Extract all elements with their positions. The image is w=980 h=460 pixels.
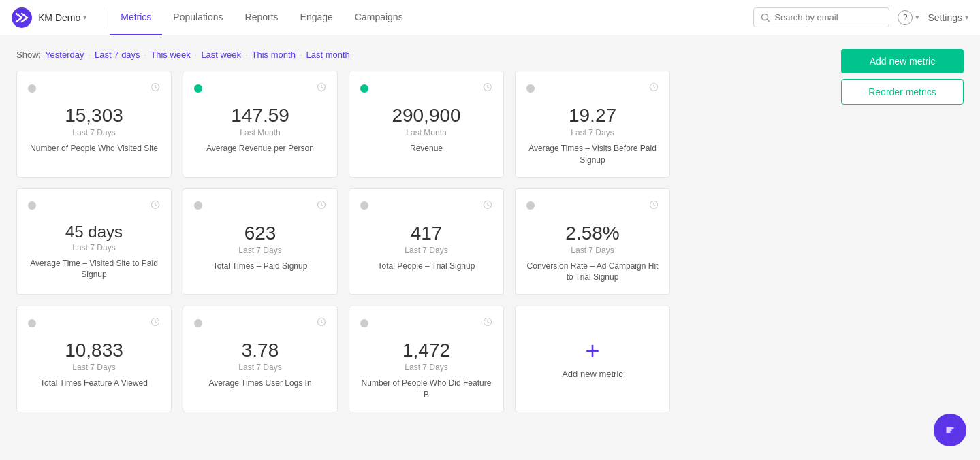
card-clock-4	[151, 200, 160, 212]
search-icon	[761, 13, 770, 22]
metric-period-2: Last Month	[360, 128, 492, 137]
card-dot-3	[526, 84, 535, 93]
metric-card-4[interactable]: 45 days Last 7 Days Average Time – Visit…	[16, 188, 172, 295]
nav-engage[interactable]: Engage	[289, 0, 344, 35]
reorder-metrics-button[interactable]: Reorder metrics	[841, 79, 964, 105]
main-nav: Metrics Populations Reports Engage Campa…	[110, 0, 753, 35]
metric-card-3[interactable]: 19.27 Last 7 Days Average Times – Visits…	[515, 71, 670, 178]
nav-populations[interactable]: Populations	[162, 0, 234, 35]
metric-name-4: Average Time – Visited Site to Paid Sign…	[28, 258, 160, 281]
metric-value-6: 417	[360, 223, 492, 244]
metric-card-9[interactable]: 3.78 Last 7 Days Average Times User Logs…	[183, 306, 338, 412]
card-dot-9	[194, 319, 202, 327]
card-header-4	[28, 200, 160, 212]
add-new-metric-button[interactable]: Add new metric	[841, 49, 964, 73]
metric-card-5[interactable]: 623 Last 7 Days Total Times – Paid Signu…	[183, 188, 338, 295]
metric-value-2: 290,900	[360, 105, 492, 127]
add-plus-icon: +	[585, 339, 599, 363]
search-input[interactable]	[774, 12, 882, 22]
card-clock-3	[649, 82, 659, 94]
card-dot-10	[360, 319, 368, 327]
card-clock-0	[151, 82, 160, 94]
logo: KM Demo ▾	[11, 7, 87, 29]
card-clock-2	[483, 82, 492, 94]
metric-period-9: Last 7 Days	[194, 363, 326, 372]
card-dot-1	[194, 84, 202, 93]
card-dot-4	[28, 201, 36, 210]
card-clock-6	[483, 200, 492, 212]
header-right: ? ▾ Settings ▾	[753, 7, 969, 27]
card-dot-2	[360, 84, 368, 93]
controls-bar: Show: Yesterday · Last 7 days · This wee…	[16, 49, 964, 60]
search-box[interactable]	[753, 7, 889, 27]
add-metric-label: Add new metric	[562, 369, 623, 379]
metrics-grid: 15,303 Last 7 Days Number of People Who …	[16, 71, 670, 412]
filter-lastmonth[interactable]: Last month	[306, 50, 350, 60]
card-header-1	[194, 82, 326, 94]
metric-period-10: Last 7 Days	[360, 363, 492, 372]
filter-last7days[interactable]: Last 7 days	[95, 50, 140, 60]
metric-period-8: Last 7 Days	[28, 363, 160, 372]
metric-period-3: Last 7 Days	[526, 128, 659, 137]
add-metric-placeholder[interactable]: + Add new metric	[515, 306, 670, 412]
metric-name-6: Total People – Trial Signup	[360, 261, 492, 272]
filter-lastweek[interactable]: Last week	[201, 50, 241, 60]
card-clock-1	[317, 82, 326, 94]
nav-campaigns[interactable]: Campaigns	[344, 0, 414, 35]
metric-period-6: Last 7 Days	[360, 246, 492, 255]
card-header-8	[28, 317, 160, 329]
action-buttons: Add new metric Reorder metrics	[841, 49, 964, 105]
filter-thisweek[interactable]: This week	[151, 50, 191, 60]
card-clock-9	[317, 317, 326, 329]
metric-period-0: Last 7 Days	[28, 128, 160, 137]
app-name[interactable]: KM Demo ▾	[38, 12, 87, 23]
metric-value-1: 147.59	[194, 105, 326, 127]
metric-card-10[interactable]: 1,472 Last 7 Days Number of People Who D…	[349, 306, 504, 412]
card-dot-6	[360, 201, 368, 210]
card-dot-8	[28, 319, 36, 327]
card-clock-5	[317, 200, 326, 212]
card-header-9	[194, 317, 326, 329]
metric-card-6[interactable]: 417 Last 7 Days Total People – Trial Sig…	[349, 188, 504, 295]
metric-period-4: Last 7 Days	[28, 243, 160, 252]
metric-name-2: Revenue	[360, 143, 492, 154]
nav-metrics[interactable]: Metrics	[110, 0, 162, 35]
filter-thismonth[interactable]: This month	[252, 50, 296, 60]
card-clock-7	[649, 200, 659, 212]
chat-button[interactable]	[934, 414, 966, 446]
card-clock-10	[483, 317, 492, 329]
filter-yesterday[interactable]: Yesterday	[45, 50, 84, 60]
metric-value-3: 19.27	[526, 105, 659, 127]
metric-value-9: 3.78	[194, 340, 326, 361]
card-header-7	[526, 200, 659, 212]
card-header-5	[194, 200, 326, 212]
nav-reports[interactable]: Reports	[234, 0, 289, 35]
metric-value-5: 623	[194, 223, 326, 244]
show-bar: Show: Yesterday · Last 7 days · This wee…	[16, 50, 350, 60]
metric-card-7[interactable]: 2.58% Last 7 Days Conversion Rate – Ad C…	[515, 188, 670, 295]
metric-card-2[interactable]: 290,900 Last Month Revenue	[349, 71, 504, 178]
metric-value-7: 2.58%	[526, 223, 659, 244]
metric-name-7: Conversion Rate – Ad Campaign Hit to Tri…	[526, 261, 659, 284]
main-content: Show: Yesterday · Last 7 days · This wee…	[0, 35, 980, 460]
help-button[interactable]: ? ▾	[898, 10, 919, 25]
metric-value-4: 45 days	[28, 223, 160, 242]
header: KM Demo ▾ Metrics Populations Reports En…	[0, 0, 980, 35]
card-header-0	[28, 82, 160, 94]
card-header-10	[360, 317, 492, 329]
metric-name-8: Total Times Feature A Viewed	[28, 378, 160, 389]
metric-name-10: Number of People Who Did Feature B	[360, 378, 492, 401]
metric-card-8[interactable]: 10,833 Last 7 Days Total Times Feature A…	[16, 306, 172, 412]
metric-card-1[interactable]: 147.59 Last Month Average Revenue per Pe…	[183, 71, 338, 178]
metric-name-9: Average Times User Logs In	[194, 378, 326, 389]
header-divider	[104, 7, 104, 29]
metric-name-5: Total Times – Paid Signup	[194, 261, 326, 272]
metric-card-0[interactable]: 15,303 Last 7 Days Number of People Who …	[16, 71, 172, 178]
settings-button[interactable]: Settings ▾	[928, 12, 969, 23]
card-dot-0	[28, 84, 36, 93]
metric-period-1: Last Month	[194, 128, 326, 137]
card-clock-8	[151, 317, 160, 329]
metric-period-7: Last 7 Days	[526, 246, 659, 255]
metric-name-3: Average Times – Visits Before Paid Signu…	[526, 143, 659, 166]
metric-period-5: Last 7 Days	[194, 246, 326, 255]
